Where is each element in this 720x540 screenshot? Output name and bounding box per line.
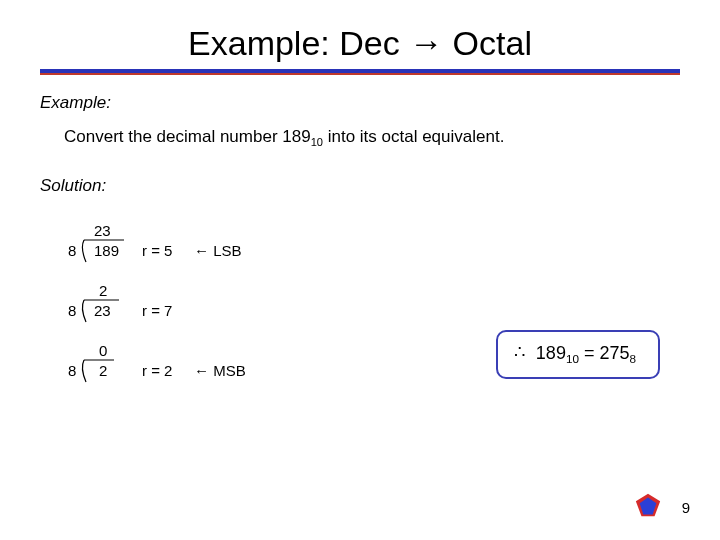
- step1-dividend: 189: [94, 242, 119, 259]
- step3-dividend: 2: [99, 362, 107, 379]
- step1-tag: ← LSB: [194, 242, 242, 259]
- worked-division: 23 8 189 r = 5 ← LSB 2 8 23 r = 7 0 8 2 …: [64, 220, 284, 390]
- step3-quotient: 0: [99, 342, 107, 359]
- step1-remainder: r = 5: [142, 242, 172, 259]
- step1-divisor: 8: [68, 242, 76, 259]
- problem-base: 10: [311, 136, 323, 148]
- logo-icon: [634, 492, 662, 520]
- page-number: 9: [682, 499, 690, 516]
- step3-tag: ← MSB: [194, 362, 246, 379]
- step1-quotient: 23: [94, 222, 111, 239]
- problem-pre: Convert the decimal number: [64, 127, 282, 146]
- problem-statement: Convert the decimal number 18910 into it…: [64, 127, 680, 148]
- step2-quotient: 2: [99, 282, 107, 299]
- example-label: Example:: [40, 93, 680, 113]
- problem-num: 189: [282, 127, 310, 146]
- step2-divisor: 8: [68, 302, 76, 319]
- title-underline: [40, 69, 680, 75]
- step2-dividend: 23: [94, 302, 111, 319]
- step3-divisor: 8: [68, 362, 76, 379]
- answer-lhs-num: 189: [536, 343, 566, 363]
- answer-lhs-base: 10: [566, 352, 579, 365]
- step2-remainder: r = 7: [142, 302, 172, 319]
- slide: Example: Dec → Octal Example: Convert th…: [0, 0, 720, 540]
- answer-rhs-base: 8: [629, 352, 636, 365]
- answer-box: ∴ 18910 = 2758: [496, 330, 660, 379]
- step3-remainder: r = 2: [142, 362, 172, 379]
- solution-label: Solution:: [40, 176, 680, 196]
- answer-rhs-num: 275: [599, 343, 629, 363]
- therefore-symbol: ∴: [514, 342, 525, 362]
- slide-title: Example: Dec → Octal: [40, 20, 680, 69]
- problem-post: into its octal equivalent.: [323, 127, 504, 146]
